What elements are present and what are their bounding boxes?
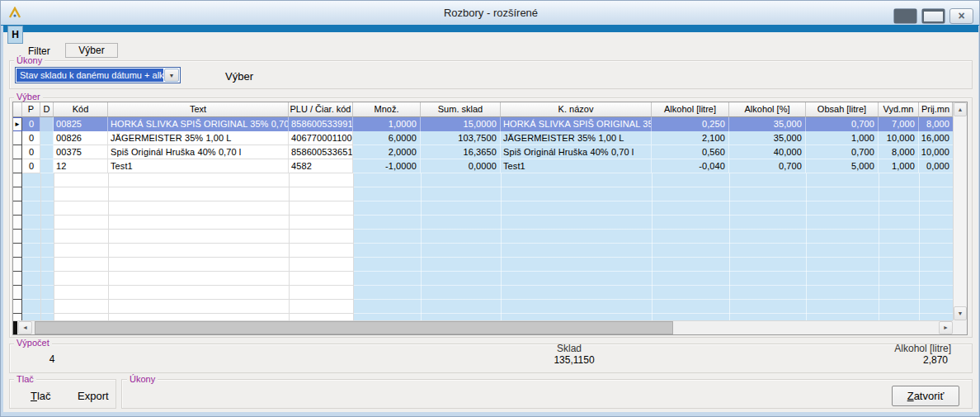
scroll-left-button[interactable]: ◄: [18, 321, 32, 334]
column-header-Vyd.mn[interactable]: Vyd.mn: [879, 102, 919, 117]
column-header-PLU / Čiar. kód[interactable]: PLU / Čiar. kód: [289, 102, 353, 117]
cell[interactable]: 0: [22, 145, 40, 159]
cell[interactable]: HORKÁ SLIVKA SPIŠ ORIGINAL 35% 0,70: [501, 117, 652, 131]
cell[interactable]: 00375: [54, 145, 108, 159]
column-header-Prij.mn[interactable]: Prij.mn: [919, 102, 953, 117]
table-row[interactable]: 000825HORKÁ SLIVKA SPIŠ ORIGINAL 35% 0,7…: [13, 117, 953, 131]
cell[interactable]: -0,040: [652, 159, 729, 173]
cell[interactable]: Test1: [501, 159, 652, 173]
alkohol-total-label: Alkohol [litre]: [826, 343, 951, 354]
vypocet-group-label: Výpočet: [14, 338, 52, 348]
scroll-up-button[interactable]: ▲: [954, 102, 967, 116]
cell[interactable]: 12: [54, 159, 108, 173]
cell[interactable]: 00826: [54, 131, 108, 145]
cell[interactable]: 8586005339915: [289, 117, 353, 131]
maximize-button[interactable]: [921, 8, 945, 24]
zatvorit-rest: atvoriť: [914, 390, 945, 402]
cell[interactable]: 15,0000: [421, 117, 501, 131]
column-header-Obsah [litre][interactable]: Obsah [litre]: [806, 102, 879, 117]
cell[interactable]: 6,0000: [353, 131, 421, 145]
cell[interactable]: 0,0000: [421, 159, 501, 173]
cell[interactable]: 16,3650: [421, 145, 501, 159]
cell[interactable]: JÄGERMEISTER 35% 1,00 L: [501, 131, 652, 145]
cell[interactable]: 8586005336518: [289, 145, 353, 159]
column-header-P[interactable]: P: [22, 102, 40, 117]
cell[interactable]: 0,250: [652, 117, 729, 131]
cell[interactable]: 0: [22, 159, 40, 173]
cell[interactable]: 2,100: [652, 131, 729, 145]
column-header-Alkohol [%][interactable]: Alkohol [%]: [729, 102, 806, 117]
cell[interactable]: -1,0000: [353, 159, 421, 173]
horizontal-scrollbar[interactable]: ◄►: [13, 320, 953, 334]
tab-vyber[interactable]: Výber: [65, 43, 118, 58]
cell[interactable]: 1,000: [879, 159, 919, 173]
combobox-dropdown-icon[interactable]: ▼: [164, 69, 179, 82]
cell[interactable]: 1,000: [806, 131, 879, 145]
cell[interactable]: 2,0000: [353, 145, 421, 159]
titlebar[interactable]: Rozbory - rozšírené ×: [1, 1, 980, 26]
cell[interactable]: [40, 117, 54, 131]
cell[interactable]: [40, 159, 54, 173]
cell[interactable]: 4582: [289, 159, 353, 173]
report-type-combobox[interactable]: Stav skladu k danému dátumu + alkohol ▼: [15, 67, 181, 83]
cell[interactable]: 10,000: [879, 131, 919, 145]
cell[interactable]: JÄGERMEISTER 35% 1,00 L: [108, 131, 289, 145]
cell[interactable]: 35,000: [729, 117, 806, 131]
column-header-Alkohol [litre][interactable]: Alkohol [litre]: [652, 102, 729, 117]
cell[interactable]: [40, 145, 54, 159]
column-header-Sum. sklad[interactable]: Sum. sklad: [421, 102, 501, 117]
tlac-button-rest: lač: [37, 390, 51, 402]
cell[interactable]: Spiš Originál Hruška 40% 0,70 l: [108, 145, 289, 159]
export-button[interactable]: Export: [78, 390, 109, 402]
column-header-Množ.[interactable]: Množ.: [353, 102, 421, 117]
cell[interactable]: 00825: [54, 117, 108, 131]
vertical-scrollbar[interactable]: ▲▼: [953, 102, 967, 320]
cell[interactable]: 35,000: [729, 131, 806, 145]
cell[interactable]: Test1: [108, 159, 289, 173]
cell[interactable]: 1,0000: [353, 117, 421, 131]
combo-side-label: Výber: [225, 70, 253, 83]
cell[interactable]: HORKÁ SLIVKA SPIŠ ORIGINAL 35% 0,70: [108, 117, 289, 131]
selected-row-pointer-icon: ►: [14, 120, 22, 130]
table-row[interactable]: 000826JÄGERMEISTER 35% 1,00 L40677000110…: [13, 131, 953, 145]
cell[interactable]: 0,560: [652, 145, 729, 159]
table-row[interactable]: 012Test14582-1,00000,0000Test1-0,0400,70…: [13, 159, 953, 173]
cell[interactable]: Spiš Originál Hruška 40% 0,70 l: [501, 145, 652, 159]
cell[interactable]: 5,000: [806, 159, 879, 173]
close-icon: ×: [950, 9, 973, 23]
cell[interactable]: 103,7500: [421, 131, 501, 145]
column-header-K. názov[interactable]: K. názov: [501, 102, 652, 117]
cell[interactable]: [40, 131, 54, 145]
tlac-button[interactable]: Tlač: [31, 390, 51, 402]
scroll-down-button[interactable]: ▼: [954, 306, 967, 320]
cell[interactable]: 0,700: [729, 159, 806, 173]
zatvorit-button[interactable]: Zatvoriť: [892, 386, 959, 406]
horizontal-scroll-thumb[interactable]: [35, 321, 673, 334]
column-header-D[interactable]: D: [40, 102, 54, 117]
table-row[interactable]: 000375Spiš Originál Hruška 40% 0,70 l858…: [13, 145, 953, 159]
column-header-Kód[interactable]: Kód: [54, 102, 108, 117]
cell[interactable]: 0,000: [919, 159, 953, 173]
tlac-group-label: Tlač: [14, 374, 36, 384]
cell[interactable]: 16,000: [919, 131, 953, 145]
cell[interactable]: 0,700: [806, 117, 879, 131]
column-header-Text[interactable]: Text: [108, 102, 289, 117]
cell[interactable]: 7,000: [879, 117, 919, 131]
data-grid[interactable]: PDKódTextPLU / Čiar. kódMnož.Sum. skladK…: [12, 102, 968, 335]
cell[interactable]: 10,000: [919, 145, 953, 159]
cell[interactable]: 8,000: [879, 145, 919, 159]
maximize-icon: [922, 9, 945, 23]
cell[interactable]: 0: [22, 117, 40, 131]
grid-body: 000825HORKÁ SLIVKA SPIŠ ORIGINAL 35% 0,7…: [13, 117, 953, 320]
cell[interactable]: 0: [22, 131, 40, 145]
cell[interactable]: 0,700: [806, 145, 879, 159]
minimize-button[interactable]: [893, 8, 917, 24]
cell[interactable]: 8,000: [919, 117, 953, 131]
cell[interactable]: 40,000: [729, 145, 806, 159]
scroll-right-button[interactable]: ►: [939, 321, 953, 334]
close-button[interactable]: ×: [949, 8, 973, 24]
cell[interactable]: 4067700011008: [289, 131, 353, 145]
h-menu-button[interactable]: H: [7, 26, 23, 44]
vyber-group-label: Výber: [14, 92, 43, 102]
scrollbar-corner: [953, 320, 967, 334]
